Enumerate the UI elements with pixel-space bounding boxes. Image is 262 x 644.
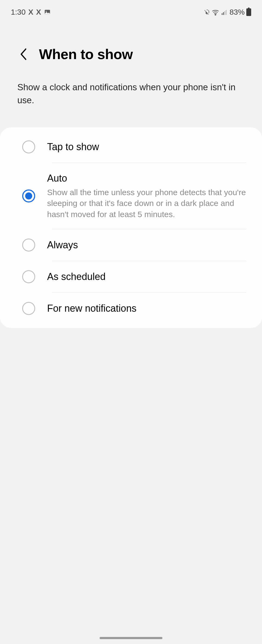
option-as-scheduled[interactable]: As scheduled — [0, 261, 262, 292]
svg-rect-6 — [226, 10, 227, 15]
svg-rect-5 — [224, 11, 225, 15]
option-text: Tap to show — [47, 141, 246, 153]
option-tap-to-show[interactable]: Tap to show — [0, 131, 262, 163]
chevron-left-icon — [20, 48, 28, 61]
status-right: 83% — [204, 8, 251, 17]
options-card: Tap to show Auto Show all the time unles… — [0, 127, 262, 328]
option-always[interactable]: Always — [0, 229, 262, 261]
battery-percent: 83% — [230, 8, 245, 17]
radio-button[interactable] — [22, 140, 35, 153]
svg-point-1 — [46, 11, 47, 12]
signal-icon — [221, 9, 228, 15]
option-label: As scheduled — [47, 271, 246, 283]
radio-button[interactable] — [22, 270, 35, 283]
radio-button[interactable] — [22, 302, 35, 315]
image-icon — [44, 9, 51, 16]
back-button[interactable] — [17, 48, 30, 61]
option-text: As scheduled — [47, 271, 246, 283]
wifi-icon — [212, 9, 219, 15]
svg-rect-4 — [223, 12, 224, 15]
radio-button-selected[interactable] — [22, 189, 35, 202]
x-app-icon: X — [36, 8, 41, 17]
battery-icon — [246, 8, 251, 16]
option-label: Tap to show — [47, 141, 246, 153]
option-for-new-notifications[interactable]: For new notifications — [0, 293, 262, 324]
radio-button[interactable] — [22, 239, 35, 252]
option-text: For new notifications — [47, 302, 246, 315]
mute-icon — [204, 9, 210, 15]
svg-point-2 — [215, 14, 216, 15]
status-bar: 1:30 X X 83% — [0, 0, 262, 24]
svg-rect-3 — [222, 13, 222, 15]
page-header: When to show Show a clock and notificati… — [0, 46, 262, 107]
x-app-icon: X — [28, 8, 34, 17]
option-label: For new notifications — [47, 302, 246, 315]
option-label: Always — [47, 239, 246, 252]
nav-indicator[interactable] — [100, 637, 162, 639]
option-auto[interactable]: Auto Show all the time unless your phone… — [0, 163, 262, 229]
option-label: Auto — [47, 172, 246, 185]
option-description: Show all the time unless your phone dete… — [47, 187, 246, 220]
status-left: 1:30 X X — [11, 8, 51, 17]
page-title: When to show — [39, 46, 133, 62]
page-subtitle: Show a clock and notifications when your… — [17, 81, 245, 107]
radio-dot — [25, 192, 32, 199]
option-text: Auto Show all the time unless your phone… — [47, 172, 246, 220]
option-text: Always — [47, 239, 246, 252]
status-time: 1:30 — [11, 8, 26, 17]
